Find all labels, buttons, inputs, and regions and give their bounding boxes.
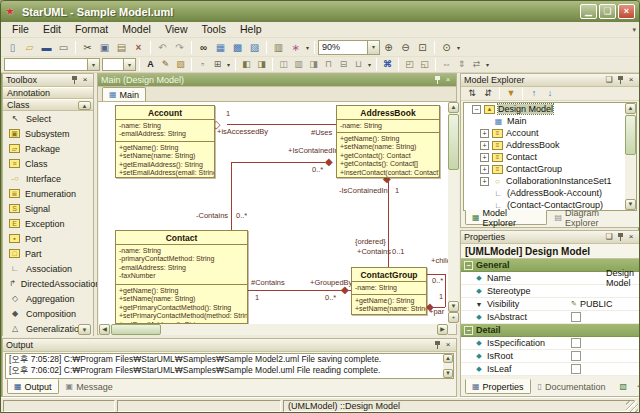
property-value[interactable]: ✎ PUBLIC xyxy=(569,299,639,309)
output-log[interactable]: [오후 7:05:28] C:₩Program Files₩StarUML₩Sa… xyxy=(5,353,454,379)
scroll-up-icon[interactable]: ▲ xyxy=(625,103,636,114)
group-icon[interactable]: ◰ xyxy=(402,58,417,71)
toolbox-item-select[interactable]: ↖Select xyxy=(3,111,93,126)
menu-edit[interactable]: Edit xyxy=(36,22,68,37)
close-icon[interactable]: × xyxy=(443,340,453,350)
pan-button[interactable]: + xyxy=(448,312,459,323)
scroll-up-icon[interactable]: ▲ xyxy=(448,102,459,113)
ungroup-icon[interactable]: ◱ xyxy=(417,58,432,71)
align-left-icon[interactable]: ◫ xyxy=(276,58,291,71)
model-explorer-header[interactable]: Model Explorer ❏ × xyxy=(461,74,639,87)
tree-item-contact[interactable]: + ≡ Contact xyxy=(464,151,636,163)
tab-output[interactable]: ▦ Output xyxy=(7,379,59,394)
open-icon[interactable]: ▱ xyxy=(21,40,38,55)
combo-arrow-icon[interactable]: ▾ xyxy=(367,41,379,54)
zoom-in-icon[interactable]: ⊕ xyxy=(380,40,397,55)
association-contactgroup-self-line[interactable] xyxy=(427,274,445,275)
tree-item-account[interactable]: + ≡ Account xyxy=(464,127,636,139)
toolbox-item-exception[interactable]: EException xyxy=(3,216,93,231)
tree-item-main[interactable]: ▦ Main xyxy=(464,115,636,127)
isspecification-checkbox[interactable] xyxy=(571,338,581,348)
property-row-name[interactable]: ◆ Name Design Model xyxy=(461,272,639,285)
properties-header[interactable]: Properties ❏ × xyxy=(461,231,639,244)
property-row-isabstract[interactable]: ◆ IsAbstract xyxy=(461,311,639,324)
tab-attachments[interactable]: ▧ xyxy=(613,379,638,394)
maximize-button[interactable]: ❏ xyxy=(599,4,616,19)
documentation-icon[interactable]: ▥ xyxy=(270,40,287,55)
toolbox-item-interface[interactable]: -○Interface xyxy=(3,171,93,186)
align-center-icon[interactable]: ▥ xyxy=(291,58,306,71)
zoom-out-icon[interactable]: ⊖ xyxy=(397,40,414,55)
association-contact-addressbook-line[interactable] xyxy=(231,162,232,230)
tree-item-addressbook-account[interactable]: ∟ (AddressBook-Account) xyxy=(464,187,636,199)
toolbox-item-enumeration[interactable]: ≣Enumeration xyxy=(3,186,93,201)
line-color-icon[interactable]: ✎ xyxy=(158,58,173,71)
combo-arrow-icon[interactable]: ▾ xyxy=(123,59,135,70)
tab-message[interactable]: ▣ Message xyxy=(59,379,120,394)
print-icon[interactable]: ▭ xyxy=(55,40,72,55)
class-addressbook[interactable]: AddressBook -name: String +getName(): St… xyxy=(336,105,440,178)
collapse-icon[interactable]: − xyxy=(464,261,473,270)
tab-main[interactable]: ▦ Main xyxy=(102,87,146,101)
model-fragment-icon[interactable]: ▩ xyxy=(229,40,246,55)
fill-color-icon[interactable]: ▧ xyxy=(173,58,188,71)
zoom-combo[interactable]: 90% ▾ xyxy=(318,40,380,55)
tab-diagram-explorer[interactable]: ▤ Diagram Explorer xyxy=(547,210,639,225)
property-value[interactable]: Design Model xyxy=(604,268,639,288)
expand-icon[interactable]: + xyxy=(480,129,489,138)
association-addressbook-account-line[interactable] xyxy=(227,124,336,125)
tree-item-addressbook[interactable]: + ≡ AddressBook xyxy=(464,139,636,151)
delete-icon[interactable]: × xyxy=(130,40,147,55)
toolbox-item-port[interactable]: ▪Port xyxy=(3,231,93,246)
canvas-vertical-scrollbar[interactable]: ▲ ▼ + xyxy=(448,102,459,324)
association-contactgroup-self-line[interactable] xyxy=(445,274,446,307)
layout-diagram-icon[interactable]: ⌘ xyxy=(380,58,395,71)
align-bottom-icon[interactable]: ⊔ xyxy=(351,58,366,71)
dropdown-arrow-icon[interactable]: ▾ xyxy=(304,44,311,51)
pin-icon[interactable] xyxy=(615,75,625,85)
isleaf-checkbox[interactable] xyxy=(571,364,581,374)
dropdown-arrow-icon[interactable]: ▾ xyxy=(366,61,373,68)
dropdown-arrow-icon[interactable]: ▾ xyxy=(484,61,491,68)
tree-item-collaborationinstanceset1[interactable]: + ○ CollaborationInstanceSet1 xyxy=(464,175,636,187)
toolbox-item-composition[interactable]: ◆Composition xyxy=(3,306,93,321)
expand-icon[interactable]: + xyxy=(480,141,489,150)
collapse-icon[interactable]: − xyxy=(472,105,481,114)
undo-icon[interactable]: ↶ xyxy=(154,40,171,55)
send-to-back-icon[interactable]: ◨ xyxy=(254,58,269,71)
scrollbar-thumb[interactable] xyxy=(111,324,161,335)
expand-icon[interactable]: + xyxy=(480,153,489,162)
pin-icon[interactable] xyxy=(69,75,79,85)
font-color-icon[interactable]: A xyxy=(143,58,158,71)
scroll-right-icon[interactable]: ▶ xyxy=(437,324,448,335)
toolbox-item-package[interactable]: ▱Package xyxy=(3,141,93,156)
collapse-icon[interactable]: − xyxy=(464,326,473,335)
same-height-icon[interactable]: ⇕ xyxy=(454,58,469,71)
section-detail[interactable]: − Detail xyxy=(461,324,639,337)
font-name-combo[interactable]: ▾ xyxy=(4,58,100,71)
output-header[interactable]: Output × xyxy=(3,339,456,352)
pin-icon[interactable] xyxy=(615,232,625,242)
pin-icon[interactable] xyxy=(432,340,442,350)
sort-type-icon[interactable]: ⇵ xyxy=(480,87,496,100)
diagram-canvas[interactable]: ◇ ◆ ◆ ◆ ◆ 1 +isAccessedBy #Uses +IsConta… xyxy=(99,102,448,324)
toolbox-item-signal[interactable]: SSignal xyxy=(3,201,93,216)
same-width-icon[interactable]: ⇔ xyxy=(439,58,454,71)
property-row-isroot[interactable]: ◆ IsRoot xyxy=(461,350,639,363)
toolbar-overflow-icon[interactable]: ▾ xyxy=(632,26,636,34)
toolbox-section-class[interactable]: Class ▲ xyxy=(3,99,93,111)
close-button[interactable]: × xyxy=(618,4,635,19)
float-icon[interactable]: ❏ xyxy=(604,75,614,85)
expand-icon[interactable]: + xyxy=(480,177,489,186)
resize-grip[interactable] xyxy=(626,401,638,413)
dropdown-arrow-icon[interactable]: ▾ xyxy=(455,44,462,51)
save-icon[interactable]: ▬ xyxy=(38,40,55,55)
close-icon[interactable]: × xyxy=(80,75,90,85)
toolbox-item-association[interactable]: ∟Association xyxy=(3,261,93,276)
close-icon[interactable]: × xyxy=(626,232,636,242)
align-middle-icon[interactable]: ⊟ xyxy=(336,58,351,71)
tab-properties[interactable]: ▦ Properties xyxy=(465,379,531,394)
property-row-isleaf[interactable]: ◆ IsLeaf xyxy=(461,363,639,376)
float-icon[interactable]: ❏ xyxy=(604,232,614,242)
close-icon[interactable]: × xyxy=(443,75,453,85)
